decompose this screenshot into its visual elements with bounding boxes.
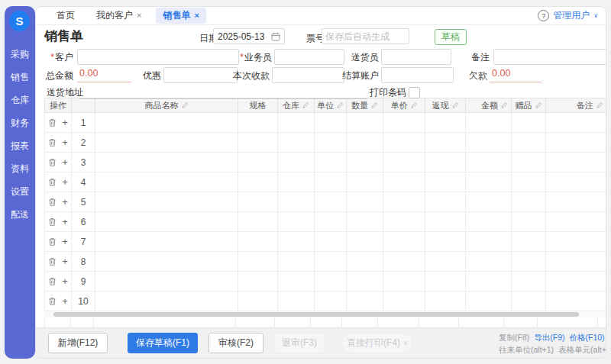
table-cell[interactable] [278, 252, 315, 272]
table-cell[interactable] [466, 292, 512, 311]
table-cell[interactable] [95, 272, 238, 292]
help-icon[interactable]: ? [538, 10, 549, 21]
delete-row-icon[interactable] [48, 158, 57, 167]
table-cell[interactable] [425, 153, 466, 172]
table-cell[interactable] [238, 172, 278, 192]
table-cell[interactable] [546, 272, 607, 292]
table-cell[interactable] [466, 192, 512, 212]
add-row-icon[interactable]: + [62, 177, 68, 187]
table-cell[interactable] [546, 113, 607, 133]
tab-home[interactable]: 首页 [50, 8, 82, 24]
table-cell[interactable] [315, 192, 347, 212]
table-cell[interactable] [383, 212, 425, 232]
table-cell[interactable] [95, 133, 238, 153]
table-cell[interactable] [512, 133, 546, 153]
table-cell[interactable] [315, 212, 347, 232]
table-cell[interactable] [347, 232, 383, 252]
deliveryman-input[interactable] [381, 49, 451, 65]
table-cell[interactable] [315, 172, 347, 192]
sidebar-item-finance[interactable]: 财务 [5, 111, 35, 134]
table-cell[interactable] [512, 172, 546, 192]
table-cell[interactable] [347, 153, 383, 172]
table-cell[interactable] [466, 232, 512, 252]
table-cell[interactable] [95, 172, 238, 192]
table-cell[interactable] [383, 192, 425, 212]
table-cell[interactable] [546, 232, 607, 252]
add-button[interactable]: 新增(F12) [48, 333, 108, 353]
discount-input[interactable] [163, 67, 238, 83]
table-cell[interactable] [95, 252, 238, 272]
table-cell[interactable] [383, 172, 425, 192]
table-cell[interactable] [466, 212, 512, 232]
sidebar-item-settings[interactable]: 设置 [5, 180, 35, 203]
add-row-icon[interactable]: + [62, 276, 68, 286]
table-cell[interactable] [278, 232, 315, 252]
export-link[interactable]: 导出(F9) [534, 333, 564, 342]
table-cell[interactable] [278, 292, 315, 311]
delete-row-icon[interactable] [48, 198, 57, 207]
table-cell[interactable] [278, 113, 315, 133]
delete-row-icon[interactable] [48, 237, 57, 246]
date-input[interactable]: 2025-05-13 [213, 28, 285, 44]
close-icon[interactable]: × [194, 11, 199, 20]
table-cell[interactable] [425, 133, 466, 153]
table-cell[interactable] [466, 272, 512, 292]
table-cell[interactable] [546, 172, 607, 192]
table-cell[interactable] [278, 133, 315, 153]
sidebar-item-delivery[interactable]: 配送 [5, 203, 35, 226]
add-row-icon[interactable]: + [62, 237, 68, 246]
table-cell[interactable] [347, 133, 383, 153]
table-cell[interactable] [466, 252, 512, 272]
table-cell[interactable] [315, 153, 347, 172]
table-cell[interactable] [95, 153, 238, 172]
delete-row-icon[interactable] [48, 217, 57, 227]
add-row-icon[interactable]: + [62, 157, 68, 167]
table-cell[interactable] [546, 212, 607, 232]
close-icon[interactable]: × [137, 11, 141, 20]
table-cell[interactable] [425, 192, 466, 212]
table-cell[interactable] [512, 212, 546, 232]
table-cell[interactable] [347, 272, 383, 292]
save-draft-button[interactable]: 保存草稿(F1) [128, 333, 198, 353]
print-barcode-checkbox[interactable] [409, 87, 420, 98]
tab-my-customers[interactable]: 我的客户× [89, 8, 148, 24]
bill-no-input[interactable] [322, 28, 409, 44]
table-cell[interactable] [546, 292, 607, 311]
delete-row-icon[interactable] [48, 257, 57, 266]
table-cell[interactable] [512, 192, 546, 212]
table-cell[interactable] [315, 232, 347, 252]
table-cell[interactable] [95, 192, 238, 212]
table-cell[interactable] [95, 113, 238, 133]
table-cell[interactable] [466, 133, 512, 153]
table-cell[interactable] [238, 153, 278, 172]
table-cell[interactable] [95, 212, 238, 232]
table-cell[interactable] [347, 113, 383, 133]
table-cell[interactable] [383, 252, 425, 272]
add-row-icon[interactable]: + [62, 296, 68, 306]
table-cell[interactable] [238, 252, 278, 272]
add-row-icon[interactable]: + [62, 137, 68, 147]
sidebar-item-reports[interactable]: 报表 [5, 134, 35, 157]
delete-row-icon[interactable] [48, 138, 57, 147]
price-link[interactable]: 价格(F10) [570, 333, 605, 342]
table-cell[interactable] [512, 272, 546, 292]
table-cell[interactable] [383, 133, 425, 153]
table-cell[interactable] [278, 272, 315, 292]
tab-sales-order[interactable]: 销售单× [156, 8, 205, 24]
table-cell[interactable] [347, 192, 383, 212]
table-cell[interactable] [383, 232, 425, 252]
delete-row-icon[interactable] [48, 178, 57, 187]
table-cell[interactable] [278, 192, 315, 212]
table-cell[interactable] [425, 212, 466, 232]
customer-input[interactable] [77, 49, 239, 65]
table-cell[interactable] [546, 133, 607, 153]
table-cell[interactable] [315, 292, 347, 311]
table-cell[interactable] [512, 292, 546, 311]
table-cell[interactable] [546, 153, 607, 172]
add-row-icon[interactable]: + [62, 197, 68, 207]
table-cell[interactable] [278, 153, 315, 172]
table-cell[interactable] [512, 232, 546, 252]
add-row-icon[interactable]: + [62, 118, 68, 127]
delete-row-icon[interactable] [48, 297, 57, 306]
sidebar-item-data[interactable]: 资料 [5, 157, 35, 180]
